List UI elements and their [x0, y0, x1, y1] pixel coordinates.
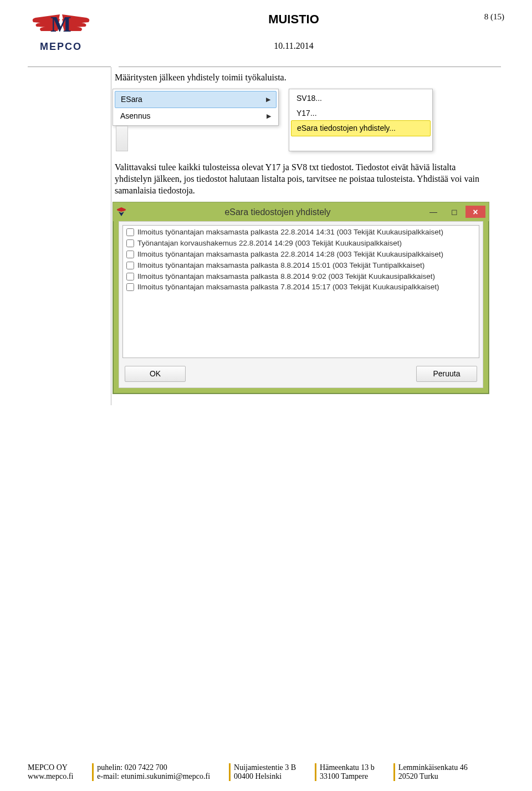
list-item-label: Työnantajan korvaushakemus 22.8.2014 14:…	[137, 238, 402, 248]
menu-item-label: Y17...	[296, 109, 317, 118]
list-item-label: Ilmoitus työnantajan maksamasta palkasta…	[137, 282, 439, 292]
footer-phone: puhelin: 020 7422 700	[97, 763, 210, 772]
list-item[interactable]: Ilmoitus työnantajan maksamasta palkasta…	[123, 227, 479, 238]
logo: M MEPCO	[28, 11, 116, 61]
window-close-button[interactable]: ×	[466, 206, 485, 218]
context-menu-left: ESara ▶ Asennus ▶	[112, 89, 279, 126]
footer-col-addr1: Nuijamiestentie 3 B 00400 Helsinki	[229, 763, 296, 781]
menu-item-label: ESara	[121, 94, 142, 104]
footer-addr-line: Hämeenkatu 13 b	[320, 763, 375, 772]
menu-item-label: SV18...	[296, 94, 322, 103]
menu-screenshot: ESara ▶ Asennus ▶ SV18... Y17... eSara t…	[112, 89, 493, 151]
footer-col-addr3: Lemminkäisenkatu 46 20520 Turku	[393, 763, 468, 781]
dialog-title: eSara tiedostojen yhdistely	[132, 206, 423, 218]
list-item[interactable]: Ilmoitus työnantajan maksamasta palkasta…	[123, 260, 479, 271]
document-date: 10.11.2014	[116, 41, 471, 51]
list-item-checkbox[interactable]	[126, 228, 134, 236]
footer-col-company: MEPCO OY www.mepco.fi	[28, 763, 73, 781]
footer-addr-line: 00400 Helsinki	[234, 772, 296, 781]
list-item[interactable]: Työnantajan korvaushakemus 22.8.2014 14:…	[123, 238, 479, 249]
file-list: Ilmoitus työnantajan maksamasta palkasta…	[122, 225, 479, 358]
content-column: Määritysten jälkeen yhdistely toimii työ…	[111, 67, 493, 405]
dialog-titlebar: eSara tiedostojen yhdistely — ◻ ×	[113, 202, 489, 221]
window-maximize-button[interactable]: ◻	[444, 206, 464, 218]
footer-email: e-mail: etunimi.sukunimi@mepco.fi	[97, 772, 210, 781]
app-icon	[116, 207, 126, 217]
list-item-checkbox[interactable]	[126, 251, 134, 258]
footer-col-addr2: Hämeenkatu 13 b 33100 Tampere	[315, 763, 375, 781]
logo-text: MEPCO	[28, 41, 94, 53]
context-menu-right: SV18... Y17... eSara tiedostojen yhdiste…	[289, 89, 433, 151]
menu-item-label: Asennus	[120, 111, 150, 121]
submenu-arrow-icon: ▶	[267, 112, 271, 120]
logo-monogram: M	[50, 13, 72, 38]
list-item-checkbox[interactable]	[126, 273, 134, 280]
footer-addr-line: 33100 Tampere	[320, 772, 375, 781]
menu-item-yhdistely[interactable]: eSara tiedostojen yhdistely...	[291, 120, 431, 136]
footer-col-contact: puhelin: 020 7422 700 e-mail: etunimi.su…	[92, 763, 210, 781]
footer-addr-line: Lemminkäisenkatu 46	[398, 763, 468, 772]
list-item-checkbox[interactable]	[126, 262, 134, 269]
list-item-label: Ilmoitus työnantajan maksamasta palkasta…	[137, 261, 424, 271]
footer-addr-line: Nuijamiestentie 3 B	[234, 763, 296, 772]
list-item-label: Ilmoitus työnantajan maksamasta palkasta…	[137, 249, 443, 259]
submenu-arrow-icon: ▶	[266, 95, 270, 104]
menu-item-asennus[interactable]: Asennus ▶	[115, 108, 277, 124]
page-number: 8 (15)	[471, 11, 504, 22]
paragraph-intro: Määritysten jälkeen yhdistely toimii työ…	[115, 72, 493, 83]
list-item[interactable]: Ilmoitus työnantajan maksamasta palkasta…	[123, 271, 479, 282]
header-rule	[28, 67, 504, 67]
list-item-checkbox[interactable]	[126, 283, 134, 291]
list-item-label: Ilmoitus työnantajan maksamasta palkasta…	[137, 272, 435, 282]
list-item[interactable]: Ilmoitus työnantajan maksamasta palkasta…	[123, 282, 479, 293]
list-item[interactable]: Ilmoitus työnantajan maksamasta palkasta…	[123, 249, 479, 260]
footer-addr-line: 20520 Turku	[398, 772, 468, 781]
ok-button[interactable]: OK	[125, 366, 186, 381]
menu-item-sv18[interactable]: SV18...	[291, 91, 431, 105]
list-item-checkbox[interactable]	[126, 239, 134, 247]
document-header: M MEPCO MUISTIO 10.11.2014 8 (15)	[28, 11, 504, 61]
document-title: MUISTIO	[116, 12, 471, 27]
paragraph-desc: Valittavaksi tulee kaikki tulosteissa ol…	[115, 161, 493, 196]
dialog-body: Ilmoitus työnantajan maksamasta palkasta…	[119, 221, 483, 387]
panel-strip	[116, 126, 128, 151]
page-footer: MEPCO OY www.mepco.fi puhelin: 020 7422 …	[28, 763, 504, 781]
dialog-esara: eSara tiedostojen yhdistely — ◻ × Ilmoit…	[112, 202, 489, 394]
menu-item-esara[interactable]: ESara ▶	[115, 91, 277, 108]
footer-company-name: MEPCO OY	[28, 763, 73, 772]
window-minimize-button[interactable]: —	[423, 206, 443, 218]
footer-company-web: www.mepco.fi	[28, 772, 73, 781]
cancel-button[interactable]: Peruuta	[416, 366, 477, 381]
menu-item-y17[interactable]: Y17...	[291, 106, 431, 120]
list-item-label: Ilmoitus työnantajan maksamasta palkasta…	[137, 227, 443, 237]
menu-item-label: eSara tiedostojen yhdistely...	[297, 124, 396, 132]
